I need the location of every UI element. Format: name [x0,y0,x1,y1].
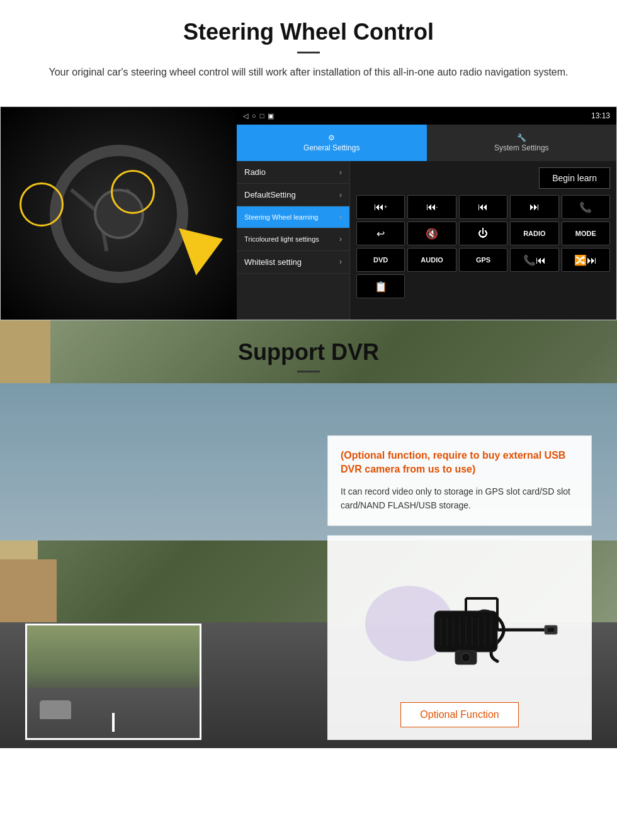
menu-default-label: DefaultSetting [244,190,296,199]
ctrl-prev[interactable]: ⏮ [459,195,507,219]
ctrl-power[interactable]: ⏻ [459,221,507,245]
tab-general-label: General Settings [303,143,359,152]
dvr-content-area: (Optional function, require to buy exter… [0,385,617,753]
menu-list: Radio › DefaultSetting › Steering Wheel … [237,161,350,320]
control-grid-row4: 📋 [356,274,610,298]
dvr-section: Support DVR (Optional function, require … [0,320,617,753]
menu-tricoloured-label: Tricoloured light settings [244,235,319,244]
dvr-divider [297,371,320,372]
ctrl-dvd[interactable]: DVD [356,248,405,272]
ctrl-vol-down[interactable]: ⏮- [407,195,456,219]
svg-rect-3 [548,628,554,632]
gear-icon: ⚙ [328,133,335,142]
ctrl-vol-up[interactable]: ⏮+ [356,195,405,219]
control-grid-row1: ⏮+ ⏮- ⏮ ⏭ 📞 [356,195,610,219]
dvr-camera-illustration [359,561,560,680]
dvr-info-body: It can record video only to storage in G… [341,484,579,513]
menu-item-tricoloured[interactable]: Tricoloured light settings › [237,228,349,250]
ctrl-call-prev[interactable]: 📞⏮ [510,248,558,272]
android-statusbar: ◁ ○ □ ▣ 13:13 [237,107,616,125]
menu-item-steering[interactable]: Steering Wheel learning › [237,206,349,228]
steering-divider [297,52,320,53]
chevron-icon: › [339,191,342,199]
steering-section: Steering Wheel Control Your original car… [0,0,617,106]
ctrl-call[interactable]: 📞 [562,195,610,219]
statusbar-nav-icons: ◁ ○ □ ▣ [243,112,274,120]
begin-learn-button[interactable]: Begin learn [539,167,610,189]
thumb-car [40,700,71,719]
menu-item-radio[interactable]: Radio › [237,161,349,184]
menu-content: Begin learn ⏮+ ⏮- ⏮ ⏭ 📞 ↩ 🔇 ⏻ RADIO MODE [350,161,616,320]
steering-title: Steering Wheel Control [25,19,592,45]
tab-system-settings[interactable]: 🔧 System Settings [427,125,617,161]
back-icon: ◁ [243,112,248,120]
dvr-camera-area: Optional Function [327,535,592,740]
recent-icon: □ [260,112,264,120]
dvr-title: Support DVR [0,339,617,366]
android-menu: Radio › DefaultSetting › Steering Wheel … [237,161,616,320]
steering-wheel-bg [1,107,237,320]
steering-photo [1,107,237,320]
dvr-header: Support DVR [0,320,617,385]
dvr-info-card: (Optional function, require to buy exter… [327,435,592,526]
android-panel: ◁ ○ □ ▣ 13:13 ⚙ General Settings 🔧 Syste… [237,107,616,320]
optional-function-button[interactable]: Optional Function [400,702,518,727]
control-grid-row3: DVD AUDIO GPS 📞⏮ 🔀⏭ [356,248,610,272]
dvr-info-title: (Optional function, require to buy exter… [341,449,579,477]
menu-whitelist-label: Whitelist setting [244,257,302,267]
ctrl-audio[interactable]: AUDIO [407,248,456,272]
ctrl-extra[interactable]: 📋 [356,274,405,298]
statusbar-time: 13:13 [591,111,610,120]
android-tabs: ⚙ General Settings 🔧 System Settings [237,125,616,161]
highlight-circle-left [20,182,64,227]
ctrl-radio[interactable]: RADIO [510,221,558,245]
menu-item-whitelist[interactable]: Whitelist setting › [237,251,349,274]
highlight-circle-right [111,170,155,214]
ctrl-mode[interactable]: MODE [562,221,610,245]
menu-steering-label: Steering Wheel learning [244,213,318,221]
control-grid-row2: ↩ 🔇 ⏻ RADIO MODE [356,221,610,245]
menu-item-default[interactable]: DefaultSetting › [237,184,349,206]
ctrl-mute[interactable]: 🔇 [407,221,456,245]
ctrl-gps[interactable]: GPS [459,248,507,272]
screenshot-icon: ▣ [268,112,274,120]
dvr-right-panel: (Optional function, require to buy exter… [327,435,592,740]
thumb-road-line [112,713,115,732]
demo-container: ◁ ○ □ ▣ 13:13 ⚙ General Settings 🔧 Syste… [0,106,617,320]
home-icon: ○ [252,112,256,120]
svg-point-15 [461,653,470,662]
ctrl-shuffle-next[interactable]: 🔀⏭ [562,248,610,272]
ctrl-back[interactable]: ↩ [356,221,405,245]
chevron-icon: › [339,235,342,244]
chevron-icon: › [339,168,342,177]
tab-general-settings[interactable]: ⚙ General Settings [237,125,427,161]
ctrl-next[interactable]: ⏭ [510,195,558,219]
tab-system-label: System Settings [494,143,549,152]
steering-subtitle: Your original car's steering wheel contr… [38,65,579,80]
dvr-thumb-scene [27,625,200,738]
chevron-icon: › [339,257,342,266]
chevron-icon: › [339,213,342,221]
begin-learn-row: Begin learn [356,167,610,189]
system-icon: 🔧 [517,133,526,142]
menu-radio-label: Radio [244,167,266,177]
dvr-left-panel [25,398,315,740]
dvr-thumbnail [25,624,201,740]
